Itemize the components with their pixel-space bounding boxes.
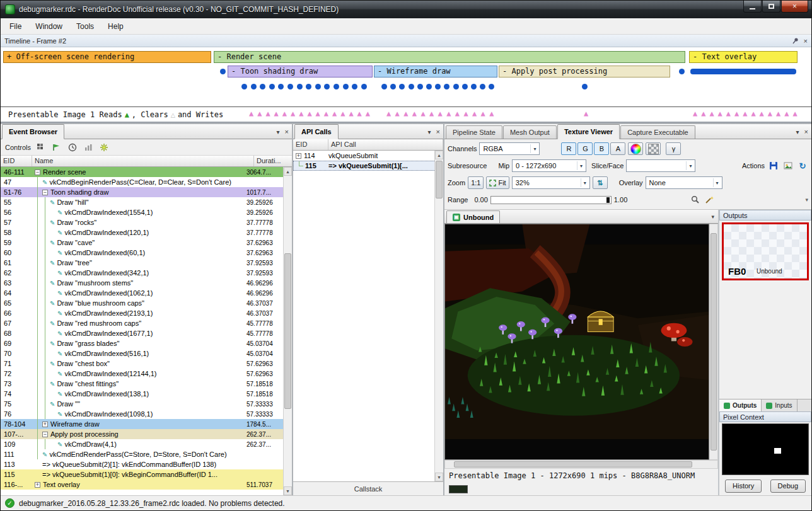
menu-help[interactable]: Help	[101, 20, 130, 33]
event-row[interactable]: 57✎Draw "rocks"37.77778	[1, 217, 283, 227]
write-triangle-icon[interactable]: ▲	[324, 110, 328, 117]
timeline-event-dot[interactable]	[306, 84, 311, 89]
maximize-button[interactable]	[762, 1, 780, 13]
event-row[interactable]: 113=> vkQueueSubmit(2)[1]: vkEndCommandB…	[1, 459, 283, 469]
write-triangle-icon[interactable]: ▲	[701, 110, 705, 117]
flip-y-button[interactable]: ⇅	[593, 176, 608, 189]
event-row[interactable]: 63✎Draw "mushroom stems"46.96296	[1, 278, 283, 288]
event-row[interactable]: 67✎Draw "red mushroom caps"45.77778	[1, 318, 283, 328]
write-triangle-icon[interactable]: ▲	[403, 110, 408, 117]
write-triangle-icon[interactable]: ▲	[446, 110, 451, 117]
timeline-marker[interactable]: - Text overlay	[689, 51, 798, 63]
write-triangle-icon[interactable]: ▲	[366, 110, 370, 117]
scroll-up-icon[interactable]: ▲	[284, 167, 292, 176]
event-row[interactable]: 51-76−Toon shading draw1017.7...	[1, 187, 283, 197]
tab-event-browser[interactable]: Event Browser	[2, 124, 64, 139]
timeline-event-dot[interactable]	[315, 84, 321, 89]
collapse-icon[interactable]: −	[42, 432, 48, 437]
custom-shader-wheel-button[interactable]	[628, 142, 643, 155]
write-triangle-icon[interactable]: ▲	[282, 110, 287, 117]
event-row[interactable]: 109✎vkCmdDraw(4,1)262.37...	[1, 439, 283, 449]
timeline-track[interactable]: + Off-screen scene rendering- Render sce…	[1, 47, 811, 106]
dock-menu-icon[interactable]: ▾	[277, 129, 280, 135]
collapse-icon[interactable]: −	[35, 169, 40, 175]
write-triangle-icon[interactable]: ▲	[760, 110, 764, 117]
timeline-event-dot[interactable]	[435, 84, 441, 89]
timeline-event-bar[interactable]	[690, 69, 796, 74]
write-triangle-icon[interactable]: ▲	[734, 110, 739, 117]
scroll-up-icon[interactable]: ▲	[435, 151, 443, 159]
scroll-thumb[interactable]	[284, 253, 291, 409]
expand-icon[interactable]: +	[296, 153, 301, 159]
goto-resource-icon[interactable]: ↻	[797, 160, 808, 171]
event-row[interactable]: 68✎vkCmdDrawIndexed(1677,1)45.77778	[1, 328, 283, 338]
find-event-icon[interactable]	[35, 142, 47, 153]
expand-icon[interactable]: +	[35, 482, 40, 488]
timeline-event-dot[interactable]	[390, 84, 396, 89]
event-row[interactable]: 61✎Draw "tree"37.92593	[1, 258, 283, 268]
timeline-event-dot[interactable]	[324, 84, 330, 89]
tab-inputs[interactable]: Inputs	[762, 399, 797, 411]
history-button[interactable]: History	[725, 479, 762, 493]
write-triangle-icon[interactable]: ▲	[257, 110, 262, 117]
menu-file[interactable]: File	[3, 20, 28, 33]
write-triangle-icon[interactable]: ▲	[412, 110, 417, 117]
channel-g-button[interactable]: G	[577, 142, 593, 155]
collapse-icon[interactable]: −	[42, 190, 48, 195]
timeline-event-dot[interactable]	[361, 84, 367, 89]
column-api-call[interactable]: API Call	[328, 139, 443, 150]
debug-button[interactable]: Debug	[770, 479, 806, 493]
write-triangle-icon[interactable]: ▲	[438, 110, 443, 117]
range-thumb[interactable]	[606, 197, 610, 203]
texture-image[interactable]	[444, 224, 709, 460]
timeline-event-dot[interactable]	[241, 84, 247, 89]
event-row[interactable]: 56✎vkCmdDrawIndexed(1554,1)39.25926	[1, 207, 283, 217]
alpha-checker-button[interactable]	[646, 142, 661, 155]
timeline-event-dot[interactable]	[381, 84, 387, 89]
zoom-range-icon[interactable]	[690, 194, 701, 205]
zoom-1to1-button[interactable]: 1:1	[468, 176, 484, 189]
timeline-marker[interactable]: - Wireframe draw	[374, 66, 497, 78]
event-row[interactable]: 76✎vkCmdDrawIndexed(1098,1)57.33333	[1, 409, 283, 419]
timeline-marker[interactable]: - Render scene	[214, 51, 685, 63]
event-row[interactable]: 65✎Draw "blue mushroom caps"46.37037	[1, 298, 283, 308]
event-row[interactable]: 72✎vkCmdDrawIndexed(12144,1)57.62963	[1, 369, 283, 379]
scroll-down-icon[interactable]: ▼	[435, 473, 443, 481]
write-triangle-icon[interactable]: ▲	[316, 110, 320, 117]
timeline-event-dot[interactable]	[260, 84, 265, 89]
tab-capture-executable[interactable]: Capture Executable	[620, 125, 695, 139]
write-triangle-icon[interactable]: ▲	[274, 110, 279, 117]
timeline-event-dot[interactable]	[679, 69, 685, 74]
timeline-marker[interactable]: + Off-screen scene rendering	[3, 51, 211, 63]
timeline-event-dot[interactable]	[453, 84, 459, 89]
write-triangle-icon[interactable]: ▲	[265, 110, 270, 117]
event-row[interactable]: 55✎Draw "hill"39.25926	[1, 197, 283, 207]
event-row[interactable]: 107-...−Apply post processing262.37...	[1, 429, 283, 439]
minimize-button[interactable]	[743, 1, 762, 13]
close-panel-icon[interactable]: ×	[804, 128, 808, 135]
fit-button[interactable]: Fit	[486, 176, 509, 189]
event-row[interactable]: 66✎vkCmdDrawIndexed(2193,1)46.37037	[1, 308, 283, 318]
save-texture-icon[interactable]	[768, 160, 779, 171]
write-triangle-icon[interactable]: ▲	[420, 110, 425, 117]
write-triangle-icon[interactable]: ▲	[340, 110, 345, 117]
dock-menu-icon[interactable]: ▾	[796, 129, 799, 135]
expand-icon[interactable]: +	[42, 422, 48, 427]
title-bar[interactable]: debugmarker.rdc - RenderDoc Unofficial r…	[1, 1, 811, 18]
write-triangle-icon[interactable]: ▲	[299, 110, 303, 117]
api-call-row[interactable]: +114vkQueueSubmit	[293, 151, 443, 161]
timeline-marker[interactable]: - Apply post processing	[499, 66, 670, 78]
event-row[interactable]: 74✎vkCmdDrawIndexed(138,1)57.18518	[1, 389, 283, 399]
range-slider[interactable]	[490, 196, 612, 204]
texture-tab-list-icon[interactable]: ▾	[711, 214, 714, 220]
timeline-event-dot[interactable]	[409, 84, 414, 89]
write-triangle-icon[interactable]: ▲	[489, 110, 494, 117]
write-triangle-icon[interactable]: ▲	[455, 110, 460, 117]
fb0-thumbnail[interactable]: FB0 Unbound	[722, 222, 809, 280]
tab-mesh-output[interactable]: Mesh Output	[503, 125, 557, 139]
write-triangle-icon[interactable]: ▲	[718, 110, 722, 117]
channel-a-button[interactable]: A	[610, 142, 625, 155]
write-triangle-icon[interactable]: ▲	[429, 110, 434, 117]
timeline-event-dot[interactable]	[343, 84, 349, 89]
tab-outputs[interactable]: Outputs	[719, 399, 762, 411]
